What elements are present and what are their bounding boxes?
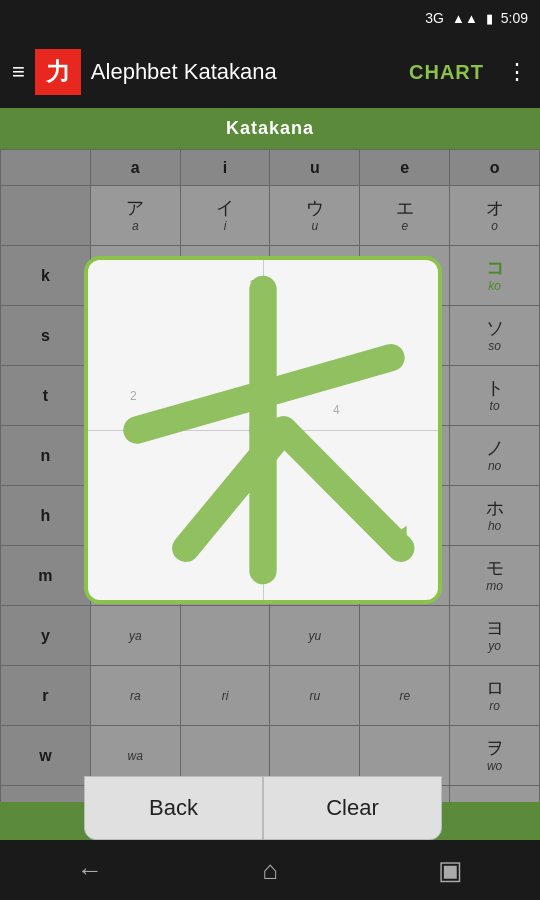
romaji-label: no (450, 459, 539, 473)
romaji-label: yo (450, 639, 539, 653)
kana-cell[interactable]: トto (450, 366, 540, 426)
kana-cell[interactable]: ya (90, 606, 180, 666)
kana-cell[interactable] (180, 606, 270, 666)
table-row[interactable]: rrarirureロro (1, 666, 540, 726)
signal-indicator: 3G (425, 10, 444, 26)
app-logo: 力 (35, 49, 81, 95)
kana-cell[interactable]: エe (360, 186, 450, 246)
kana-character: モ (450, 558, 539, 580)
kana-cell[interactable]: ウu (270, 186, 360, 246)
home-nav-button[interactable]: ⌂ (180, 855, 360, 886)
table-corner (1, 150, 91, 186)
romaji-label: ru (270, 689, 359, 703)
col-header-a: a (90, 150, 180, 186)
kana-cell[interactable]: アa (90, 186, 180, 246)
app-title: Alephbet Katakana (91, 59, 399, 85)
back-button[interactable]: Back (84, 776, 263, 840)
action-buttons: Back Clear (84, 776, 442, 840)
kana-character: ア (91, 198, 180, 220)
clock: 5:09 (501, 10, 528, 26)
app-bar: ≡ 力 Alephbet Katakana CHART ⋮ (0, 36, 540, 108)
kana-cell[interactable]: ソso (450, 306, 540, 366)
row-label: s (1, 306, 91, 366)
romaji-label: ho (450, 519, 539, 533)
kana-cell[interactable]: re (360, 666, 450, 726)
kana-character: エ (360, 198, 449, 220)
romaji-label: e (360, 219, 449, 233)
kana-character: ホ (450, 498, 539, 520)
row-label: k (1, 246, 91, 306)
kana-cell[interactable]: ノno (450, 426, 540, 486)
drawing-canvas[interactable]: 1 2 3 4 (88, 260, 438, 600)
kana-character: ウ (270, 198, 359, 220)
romaji-label: wa (91, 749, 180, 763)
kana-character: ト (450, 378, 539, 400)
table-row[interactable]: アaイiウuエeオo (1, 186, 540, 246)
signal-icon: ▲▲ (452, 11, 478, 26)
kana-character: オ (450, 198, 539, 220)
back-nav-button[interactable]: ← (0, 855, 180, 886)
romaji-label: re (360, 689, 449, 703)
col-header-u: u (270, 150, 360, 186)
kana-cell[interactable]: イi (180, 186, 270, 246)
row-label: w (1, 726, 91, 786)
kana-cell[interactable]: コko (450, 246, 540, 306)
romaji-label: wo (450, 759, 539, 773)
status-bar: 3G ▲▲ ▮ 5:09 (0, 0, 540, 36)
row-label: t (1, 366, 91, 426)
col-header-i: i (180, 150, 270, 186)
main-content: Katakana a i u e o アaイiウuエeオokカkaキkiクkuケ… (0, 108, 540, 840)
romaji-label: a (91, 219, 180, 233)
katakana-section-header: Katakana (0, 108, 540, 149)
kana-character: ロ (450, 678, 539, 700)
kana-cell[interactable]: ロro (450, 666, 540, 726)
col-header-e: e (360, 150, 450, 186)
row-label: h (1, 486, 91, 546)
kana-character: イ (181, 198, 270, 220)
row-label: n (1, 426, 91, 486)
battery-icon: ▮ (486, 11, 493, 26)
kana-cell[interactable]: オo (450, 186, 540, 246)
romaji-label: ko (450, 279, 539, 293)
recent-nav-button[interactable]: ▣ (360, 855, 540, 886)
romaji-label: i (181, 219, 270, 233)
kana-character: ソ (450, 318, 539, 340)
kana-cell[interactable]: ri (180, 666, 270, 726)
romaji-label: o (450, 219, 539, 233)
kana-cell[interactable]: ra (90, 666, 180, 726)
row-label: r (1, 666, 91, 726)
row-label (1, 186, 91, 246)
bottom-nav: ← ⌂ ▣ (0, 840, 540, 900)
logo-char: 力 (46, 56, 70, 88)
romaji-label: so (450, 339, 539, 353)
col-header-o: o (450, 150, 540, 186)
kana-cell[interactable]: ヨyo (450, 606, 540, 666)
romaji-label: ra (91, 689, 180, 703)
chart-tab[interactable]: CHART (409, 61, 484, 84)
kana-cell[interactable]: yu (270, 606, 360, 666)
kana-character: ヨ (450, 618, 539, 640)
kana-cell[interactable] (360, 606, 450, 666)
romaji-label: yu (270, 629, 359, 643)
kana-character: コ (450, 258, 539, 280)
row-label: m (1, 546, 91, 606)
svg-line-6 (284, 430, 401, 548)
table-row[interactable]: yyayuヨyo (1, 606, 540, 666)
kana-cell[interactable]: ru (270, 666, 360, 726)
row-label: y (1, 606, 91, 666)
kana-cell[interactable]: ホho (450, 486, 540, 546)
hamburger-icon[interactable]: ≡ (12, 59, 25, 85)
kanji-stroke-svg (88, 260, 438, 600)
kana-cell[interactable]: ヲwo (450, 726, 540, 786)
kana-cell[interactable]: モmo (450, 546, 540, 606)
clear-button[interactable]: Clear (263, 776, 442, 840)
drawing-area[interactable]: 1 2 3 4 (84, 256, 442, 604)
romaji-label: ro (450, 699, 539, 713)
romaji-label: to (450, 399, 539, 413)
romaji-label: ya (91, 629, 180, 643)
romaji-label: u (270, 219, 359, 233)
kana-character: ノ (450, 438, 539, 460)
romaji-label: ri (181, 689, 270, 703)
overflow-menu-icon[interactable]: ⋮ (506, 59, 528, 85)
romaji-label: mo (450, 579, 539, 593)
